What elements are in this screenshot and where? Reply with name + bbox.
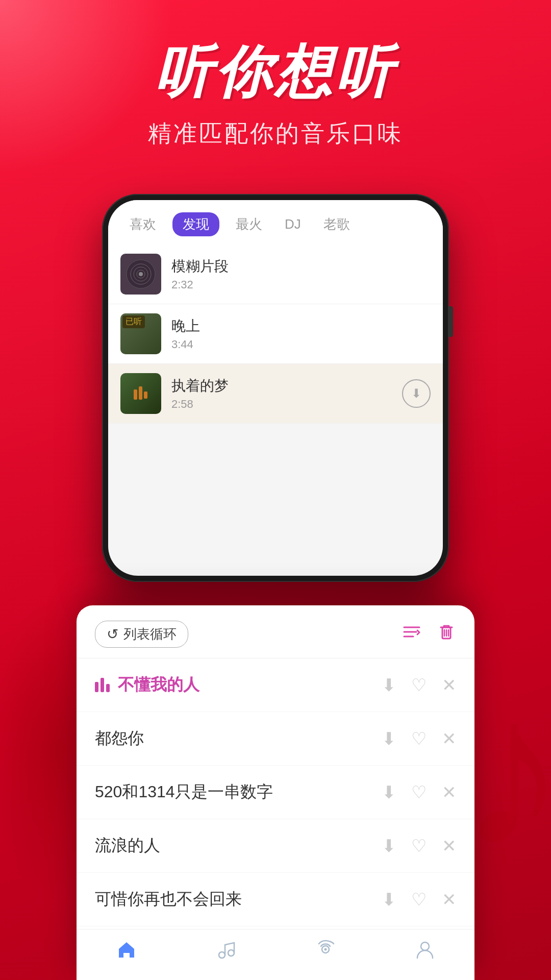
svg-point-19 [421,942,429,950]
sort-icon[interactable] [402,622,421,646]
item-like-5[interactable]: ♡ [411,889,427,910]
main-title: 听你想听 [0,41,551,103]
loop-label: 列表循环 [123,625,177,643]
song-info-2: 晚上 3:44 [171,316,431,351]
phone-screen: 喜欢 发现 最火 DJ 老歌 [108,200,443,576]
playlist-panel: ↺ 列表循环 [77,605,474,980]
item-actions-3: ⬇ ♡ ✕ [382,782,456,802]
item-download-2[interactable]: ⬇ [382,728,396,749]
song-download-button[interactable]: ⬇ [402,379,431,408]
item-name-1: 不懂我的人 [118,674,382,696]
song-duration-2: 3:44 [171,338,431,351]
item-name-5: 可惜你再也不会回来 [95,888,382,911]
item-remove-1[interactable]: ✕ [442,675,456,695]
item-download-5[interactable]: ⬇ [382,889,396,910]
item-remove-5[interactable]: ✕ [442,889,456,910]
album-art-2: 已听 [120,313,161,354]
sub-title: 精准匹配你的音乐口味 [0,118,551,150]
album-art-1 [120,254,161,295]
tab-discover[interactable]: 发现 [172,212,219,236]
item-actions-5: ⬇ ♡ ✕ [382,889,456,910]
song-duration-3: 2:58 [171,398,402,411]
header-section: 听你想听 精准匹配你的音乐口味 [0,41,551,150]
loop-button[interactable]: ↺ 列表循环 [95,621,188,648]
item-download-4[interactable]: ⬇ [382,836,396,856]
song-duration-1: 2:32 [171,278,431,291]
svg-rect-5 [134,389,137,400]
phone-mockup: 喜欢 发现 最火 DJ 老歌 [102,194,449,582]
radio-icon [315,939,336,965]
song-info-3: 执着的梦 2:58 [171,376,402,411]
song-name-2: 晚上 [171,316,431,336]
item-actions-4: ⬇ ♡ ✕ [382,836,456,856]
playlist-item[interactable]: 流浪的人 ⬇ ♡ ✕ [77,819,474,873]
svg-point-18 [324,948,327,951]
svg-rect-6 [139,386,142,400]
playlist-item[interactable]: 不懂我的人 ⬇ ♡ ✕ [77,658,474,712]
song-name-1: 模糊片段 [171,257,431,276]
item-remove-4[interactable]: ✕ [442,836,456,856]
svg-point-16 [228,950,234,956]
song-list: 模糊片段 2:32 已听 晚上 3:44 [108,244,443,424]
song-item[interactable]: 执着的梦 2:58 ⬇ [108,364,443,424]
nav-item-music[interactable] [215,939,237,965]
tabs-bar: 喜欢 发现 最火 DJ 老歌 [108,200,443,244]
tab-hot[interactable]: 最火 [230,212,268,236]
item-like-4[interactable]: ♡ [411,836,427,856]
song-item[interactable]: 模糊片段 2:32 [108,244,443,304]
profile-icon [414,939,436,965]
nav-item-radio[interactable] [315,939,336,965]
album-art-3 [120,373,161,414]
item-actions-1: ⬇ ♡ ✕ [382,675,456,695]
nav-item-home[interactable] [116,939,137,965]
phone-body: 喜欢 发现 最火 DJ 老歌 [102,194,449,582]
home-icon [116,939,137,965]
song-name-3: 执着的梦 [171,376,402,396]
item-like-2[interactable]: ♡ [411,728,427,749]
song-info-1: 模糊片段 2:32 [171,257,431,291]
tab-likes[interactable]: 喜欢 [123,212,162,236]
item-name-3: 520和1314只是一串数字 [95,781,382,803]
music-icon [215,939,237,965]
item-actions-2: ⬇ ♡ ✕ [382,728,456,749]
delete-icon[interactable] [437,622,456,646]
item-remove-2[interactable]: ✕ [442,728,456,749]
nav-item-profile[interactable] [414,939,436,965]
tab-oldies[interactable]: 老歌 [317,212,356,236]
item-name-4: 流浪的人 [95,835,382,857]
song-item[interactable]: 已听 晚上 3:44 [108,304,443,364]
playlist-item[interactable]: 都怨你 ⬇ ♡ ✕ [77,712,474,766]
item-like-1[interactable]: ♡ [411,675,427,695]
tab-dj[interactable]: DJ [279,213,307,235]
item-download-1[interactable]: ⬇ [382,675,396,695]
playlist-item[interactable]: 520和1314只是一串数字 ⬇ ♡ ✕ [77,766,474,819]
loop-icon: ↺ [107,626,118,643]
item-download-3[interactable]: ⬇ [382,782,396,802]
item-name-2: 都怨你 [95,727,382,750]
playlist-item[interactable]: 可惜你再也不会回来 ⬇ ♡ ✕ [77,873,474,926]
svg-rect-7 [144,391,147,399]
bottom-nav [77,929,474,980]
svg-point-4 [139,272,143,276]
header-actions [402,622,456,646]
item-remove-3[interactable]: ✕ [442,782,456,802]
item-like-3[interactable]: ♡ [411,782,427,802]
phone-side-button [449,306,453,337]
svg-point-15 [219,952,225,958]
playlist-header: ↺ 列表循环 [77,621,474,658]
playing-bars [95,678,110,692]
